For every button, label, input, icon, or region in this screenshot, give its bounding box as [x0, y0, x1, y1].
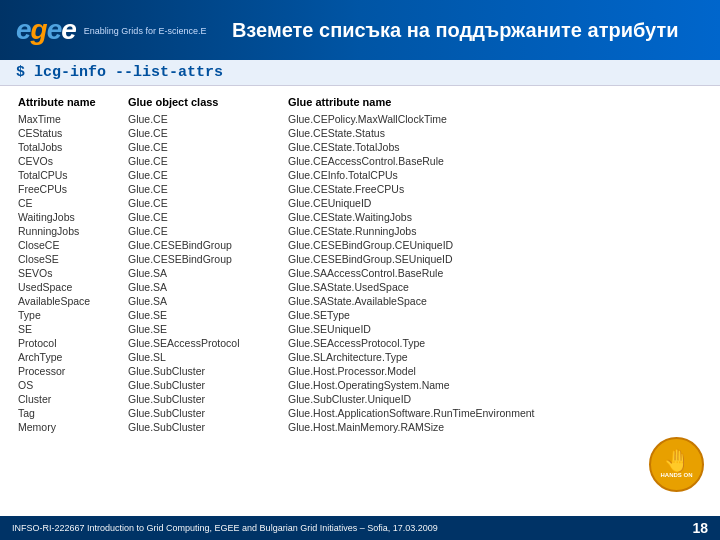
attr-name-cell: TotalCPUs	[16, 168, 126, 182]
glue-class-cell: Glue.SE	[126, 308, 286, 322]
glue-attr-cell: Glue.CEState.Status	[286, 126, 704, 140]
glue-class-cell: Glue.CE	[126, 140, 286, 154]
glue-attr-cell: Glue.SubCluster.UniqueID	[286, 392, 704, 406]
col-header-glue-attr: Glue attribute name	[286, 94, 704, 112]
table-row: ProcessorGlue.SubClusterGlue.Host.Proces…	[16, 364, 704, 378]
page-number: 18	[692, 520, 708, 536]
glue-attr-cell: Glue.CEInfo.TotalCPUs	[286, 168, 704, 182]
table-row: MaxTimeGlue.CEGlue.CEPolicy.MaxWallClock…	[16, 112, 704, 126]
glue-class-cell: Glue.CE	[126, 112, 286, 126]
attr-name-cell: FreeCPUs	[16, 182, 126, 196]
glue-attr-cell: Glue.CEState.RunningJobs	[286, 224, 704, 238]
table-row: ProtocolGlue.SEAccessProtocolGlue.SEAcce…	[16, 336, 704, 350]
glue-attr-cell: Glue.SAState.AvailableSpace	[286, 294, 704, 308]
glue-class-cell: Glue.SubCluster	[126, 364, 286, 378]
table-row: SEGlue.SEGlue.SEUniqueID	[16, 322, 704, 336]
table-row: TotalJobsGlue.CEGlue.CEState.TotalJobs	[16, 140, 704, 154]
glue-class-cell: Glue.CE	[126, 210, 286, 224]
attribute-table: Attribute name Glue object class Glue at…	[16, 94, 704, 434]
glue-attr-cell: Glue.CEUniqueID	[286, 196, 704, 210]
footer: INFSO-RI-222667 Introduction to Grid Com…	[0, 516, 720, 540]
attr-name-cell: Tag	[16, 406, 126, 420]
attr-name-cell: WaitingJobs	[16, 210, 126, 224]
hands-icon: 🤚	[663, 450, 690, 472]
table-row: AvailableSpaceGlue.SAGlue.SAState.Availa…	[16, 294, 704, 308]
glue-class-cell: Glue.CE	[126, 126, 286, 140]
glue-class-cell: Glue.SE	[126, 322, 286, 336]
glue-attr-cell: Glue.SAState.UsedSpace	[286, 280, 704, 294]
logo-area: egee Enabling Grids for E-science.E	[16, 14, 206, 46]
glue-attr-cell: Glue.CEState.FreeCPUs	[286, 182, 704, 196]
table-row: CloseCEGlue.CESEBindGroupGlue.CESEBindGr…	[16, 238, 704, 252]
glue-class-cell: Glue.SubCluster	[126, 406, 286, 420]
command-line: $ lcg-info --list-attrs	[16, 64, 704, 81]
glue-class-cell: Glue.CE	[126, 224, 286, 238]
footer-text: INFSO-RI-222667 Introduction to Grid Com…	[12, 523, 682, 533]
table-body: MaxTimeGlue.CEGlue.CEPolicy.MaxWallClock…	[16, 112, 704, 434]
table-row: MemoryGlue.SubClusterGlue.Host.MainMemor…	[16, 420, 704, 434]
table-row: OSGlue.SubClusterGlue.Host.OperatingSyst…	[16, 378, 704, 392]
page-title: Вземете списъка на поддържаните атрибути	[206, 19, 704, 42]
glue-class-cell: Glue.CE	[126, 196, 286, 210]
table-row: CloseSEGlue.CESEBindGroupGlue.CESEBindGr…	[16, 252, 704, 266]
attr-name-cell: CEVOs	[16, 154, 126, 168]
attr-name-cell: SE	[16, 322, 126, 336]
glue-attr-cell: Glue.SEType	[286, 308, 704, 322]
attr-name-cell: AvailableSpace	[16, 294, 126, 308]
glue-attr-cell: Glue.CEState.TotalJobs	[286, 140, 704, 154]
table-row: CEVOsGlue.CEGlue.CEAccessControl.BaseRul…	[16, 154, 704, 168]
glue-class-cell: Glue.SA	[126, 280, 286, 294]
attr-name-cell: UsedSpace	[16, 280, 126, 294]
glue-attr-cell: Glue.CEAccessControl.BaseRule	[286, 154, 704, 168]
glue-class-cell: Glue.SEAccessProtocol	[126, 336, 286, 350]
glue-class-cell: Glue.CESEBindGroup	[126, 238, 286, 252]
table-row: TotalCPUsGlue.CEGlue.CEInfo.TotalCPUs	[16, 168, 704, 182]
subheader: $ lcg-info --list-attrs	[0, 60, 720, 86]
attr-name-cell: Protocol	[16, 336, 126, 350]
logo-subtitle: Enabling Grids for E-science.E	[84, 26, 207, 36]
glue-attr-cell: Glue.CEPolicy.MaxWallClockTime	[286, 112, 704, 126]
glue-class-cell: Glue.SA	[126, 294, 286, 308]
table-row: WaitingJobsGlue.CEGlue.CEState.WaitingJo…	[16, 210, 704, 224]
attr-name-cell: Type	[16, 308, 126, 322]
table-row: ClusterGlue.SubClusterGlue.SubCluster.Un…	[16, 392, 704, 406]
attr-name-cell: OS	[16, 378, 126, 392]
glue-class-cell: Glue.CESEBindGroup	[126, 252, 286, 266]
table-row: ArchTypeGlue.SLGlue.SLArchitecture.Type	[16, 350, 704, 364]
table-row: TypeGlue.SEGlue.SEType	[16, 308, 704, 322]
attr-name-cell: CloseSE	[16, 252, 126, 266]
hands-on-badge: 🤚 HANDS ON	[649, 437, 704, 492]
attr-name-cell: Cluster	[16, 392, 126, 406]
col-header-glue-class: Glue object class	[126, 94, 286, 112]
attr-name-cell: Memory	[16, 420, 126, 434]
table-row: UsedSpaceGlue.SAGlue.SAState.UsedSpace	[16, 280, 704, 294]
glue-attr-cell: Glue.SEAccessProtocol.Type	[286, 336, 704, 350]
attr-name-cell: TotalJobs	[16, 140, 126, 154]
attr-name-cell: MaxTime	[16, 112, 126, 126]
glue-attr-cell: Glue.SEUniqueID	[286, 322, 704, 336]
glue-attr-cell: Glue.Host.MainMemory.RAMSize	[286, 420, 704, 434]
egee-logo: egee	[16, 14, 76, 46]
header: egee Enabling Grids for E-science.E Взем…	[0, 0, 720, 60]
glue-class-cell: Glue.SL	[126, 350, 286, 364]
glue-attr-cell: Glue.Host.OperatingSystem.Name	[286, 378, 704, 392]
table-row: CEGlue.CEGlue.CEUniqueID	[16, 196, 704, 210]
glue-attr-cell: Glue.Host.ApplicationSoftware.RunTimeEnv…	[286, 406, 704, 420]
hands-on-label: HANDS ON	[660, 472, 692, 479]
table-row: TagGlue.SubClusterGlue.Host.ApplicationS…	[16, 406, 704, 420]
glue-class-cell: Glue.SA	[126, 266, 286, 280]
col-header-attr: Attribute name	[16, 94, 126, 112]
attr-name-cell: CEStatus	[16, 126, 126, 140]
table-row: SEVOsGlue.SAGlue.SAAccessControl.BaseRul…	[16, 266, 704, 280]
glue-class-cell: Glue.SubCluster	[126, 392, 286, 406]
attr-name-cell: CE	[16, 196, 126, 210]
table-row: CEStatusGlue.CEGlue.CEState.Status	[16, 126, 704, 140]
main-content: Attribute name Glue object class Glue at…	[0, 86, 720, 442]
glue-attr-cell: Glue.CESEBindGroup.CEUniqueID	[286, 238, 704, 252]
table-row: RunningJobsGlue.CEGlue.CEState.RunningJo…	[16, 224, 704, 238]
glue-attr-cell: Glue.CESEBindGroup.SEUniqueID	[286, 252, 704, 266]
glue-class-cell: Glue.CE	[126, 182, 286, 196]
attr-name-cell: ArchType	[16, 350, 126, 364]
glue-attr-cell: Glue.CEState.WaitingJobs	[286, 210, 704, 224]
glue-attr-cell: Glue.Host.Processor.Model	[286, 364, 704, 378]
